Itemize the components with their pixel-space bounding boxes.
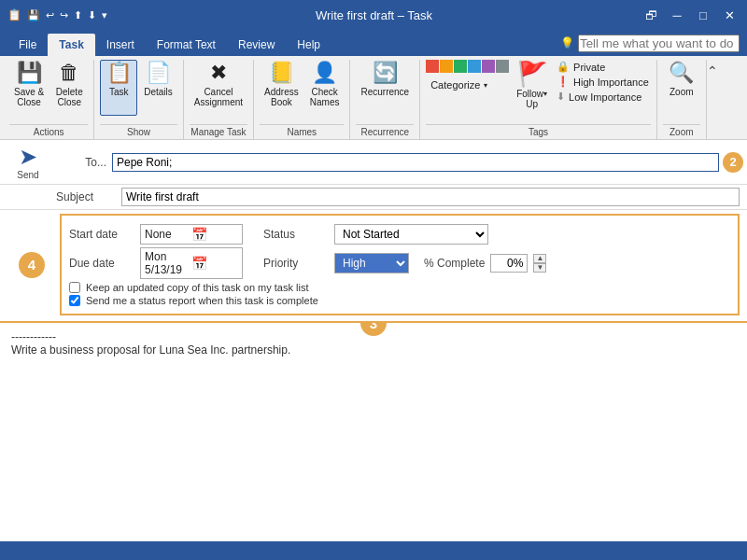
- qat-save[interactable]: 💾: [27, 9, 40, 21]
- due-date-value: Mon 5/13/19: [145, 250, 191, 276]
- tab-help[interactable]: Help: [286, 34, 331, 56]
- send-button[interactable]: ➤ Send: [17, 144, 38, 180]
- send-status-label: Send me a status report when this task i…: [86, 295, 318, 306]
- ribbon-group-actions: 💾 Save &Close 🗑 DeleteClose Actions: [4, 60, 94, 139]
- ribbon-group-zoom: 🔍 Zoom Zoom: [657, 60, 707, 139]
- title-bar-left: 📋 💾 ↩ ↪ ⬆ ⬇ ▾: [7, 8, 107, 21]
- followup-group[interactable]: 🚩 Follow ▾ Up: [516, 60, 547, 124]
- delete-label: DeleteClose: [56, 87, 83, 107]
- recurrence-buttons: 🔄 Recurrence: [356, 60, 414, 124]
- ribbon-group-recurrence: 🔄 Recurrence Recurrence: [350, 60, 420, 139]
- send-icon: ➤: [19, 144, 37, 170]
- qat-redo[interactable]: ↪: [60, 9, 68, 21]
- status-select[interactable]: Not Started In Progress Complete Waiting…: [334, 224, 488, 245]
- due-priority-row: Due date Mon 5/13/19 📅 Priority Low Norm…: [69, 247, 730, 279]
- keep-copy-label: Keep an updated copy of this task on my …: [86, 282, 308, 293]
- pct-complete-input[interactable]: [490, 254, 528, 273]
- categorize-button[interactable]: Categorize ▾: [426, 77, 509, 93]
- tab-task[interactable]: Task: [48, 34, 94, 56]
- cancel-assignment-label: CancelAssignment: [194, 87, 243, 107]
- due-date-label: Due date: [69, 257, 134, 270]
- start-date-calendar-icon[interactable]: 📅: [191, 227, 238, 242]
- ribbon-group-tags: Categorize ▾ 🚩 Follow ▾ Up 🔒 Private: [420, 60, 657, 139]
- actions-label: Actions: [9, 124, 88, 139]
- high-importance-button[interactable]: ❗ High Importance: [555, 75, 651, 89]
- to-label: To...: [56, 156, 112, 169]
- actions-buttons: 💾 Save &Close 🗑 DeleteClose: [9, 60, 88, 124]
- ribbon-tabs: File Task Insert Format Text Review Help: [0, 30, 553, 56]
- due-date-calendar-icon[interactable]: 📅: [191, 256, 238, 271]
- address-book-label: AddressBook: [264, 87, 299, 107]
- pct-increment[interactable]: ▲: [533, 254, 546, 263]
- private-button[interactable]: 🔒 Private: [555, 60, 651, 74]
- subject-row: Subject: [0, 185, 747, 210]
- check-names-label: CheckNames: [310, 87, 340, 107]
- qat-undo[interactable]: ↩: [46, 9, 54, 21]
- recurrence-icon: 🔄: [373, 63, 398, 83]
- save-close-button[interactable]: 💾 Save &Close: [9, 60, 49, 116]
- tags-buttons: Categorize ▾ 🚩 Follow ▾ Up 🔒 Private: [426, 60, 651, 124]
- zoom-buttons: 🔍 Zoom: [663, 60, 700, 124]
- task-view-button[interactable]: 📋 Task: [100, 60, 137, 116]
- save-close-label: Save &Close: [14, 87, 44, 107]
- categorize-label: Categorize: [430, 79, 480, 91]
- names-buttons: 📒 AddressBook 👤 CheckNames: [260, 60, 344, 124]
- address-book-button[interactable]: 📒 AddressBook: [260, 60, 303, 116]
- delete-icon: 🗑: [59, 63, 79, 83]
- qat-up[interactable]: ⬆: [74, 9, 82, 21]
- check-names-icon: 👤: [312, 63, 337, 83]
- tell-me-area[interactable]: 💡: [553, 30, 747, 56]
- ribbon-collapse[interactable]: ⌃: [707, 60, 718, 139]
- cancel-icon: ✖: [210, 63, 227, 83]
- names-label: Names: [260, 124, 344, 139]
- subject-input[interactable]: [121, 188, 740, 206]
- zoom-group-label: Zoom: [663, 124, 700, 139]
- to-input[interactable]: [112, 153, 719, 172]
- main-content: ➤ Send To... 2 Subject 4 Start date None…: [0, 140, 747, 541]
- priority-label: Priority: [263, 257, 329, 270]
- tab-insert[interactable]: Insert: [95, 34, 146, 56]
- close-btn[interactable]: ✕: [719, 5, 740, 25]
- zoom-label: Zoom: [669, 87, 694, 97]
- title-bar-right: 🗗 ─ □ ✕: [641, 5, 740, 25]
- zoom-button[interactable]: 🔍 Zoom: [663, 60, 700, 116]
- due-date-input[interactable]: Mon 5/13/19 📅: [140, 247, 243, 279]
- send-status-checkbox[interactable]: [69, 295, 80, 306]
- status-label: Status: [263, 228, 329, 241]
- check-names-button[interactable]: 👤 CheckNames: [305, 60, 345, 116]
- low-importance-button[interactable]: ⬇ Low Importance: [555, 90, 651, 104]
- manage-buttons: ✖ CancelAssignment: [190, 60, 247, 124]
- subject-label: Subject: [56, 190, 121, 203]
- step-2-badge: 2: [723, 152, 743, 173]
- minimize-btn[interactable]: ─: [667, 5, 687, 25]
- tell-me-input[interactable]: [578, 35, 740, 52]
- task-icon: 📋: [106, 63, 132, 83]
- details-label: Details: [144, 87, 173, 97]
- app-icon: 📋: [7, 8, 21, 21]
- show-buttons: 📋 Task 📄 Details: [100, 60, 177, 124]
- delete-button[interactable]: 🗑 DeleteClose: [50, 60, 88, 116]
- tab-review[interactable]: Review: [227, 34, 286, 56]
- maximize-btn[interactable]: □: [693, 5, 713, 25]
- restore-btn[interactable]: 🗗: [641, 5, 661, 25]
- ribbon-group-names: 📒 AddressBook 👤 CheckNames Names: [254, 60, 350, 139]
- tab-format-text[interactable]: Format Text: [146, 34, 227, 56]
- keep-copy-row: Keep an updated copy of this task on my …: [69, 282, 730, 293]
- tab-file[interactable]: File: [7, 34, 48, 56]
- priority-select[interactable]: Low Normal High: [334, 253, 409, 273]
- cancel-assignment-button[interactable]: ✖ CancelAssignment: [190, 60, 247, 116]
- recurrence-label: Recurrence: [360, 87, 409, 97]
- followup-label-row: Follow ▾: [516, 89, 547, 99]
- body-area[interactable]: 3 ------------ Write a business proposal…: [0, 321, 747, 541]
- to-row: ➤ Send To... 2: [0, 140, 747, 185]
- qat-down[interactable]: ⬇: [88, 9, 96, 21]
- categorize-squares[interactable]: [426, 60, 509, 73]
- high-importance-label: High Importance: [573, 77, 649, 88]
- start-date-input[interactable]: None 📅: [140, 224, 243, 245]
- low-importance-icon: ⬇: [557, 91, 565, 103]
- recurrence-button[interactable]: 🔄 Recurrence: [356, 60, 414, 116]
- keep-copy-checkbox[interactable]: [69, 282, 80, 293]
- ribbon: 💾 Save &Close 🗑 DeleteClose Actions 📋 Ta…: [0, 56, 747, 140]
- pct-decrement[interactable]: ▼: [533, 263, 546, 273]
- details-button[interactable]: 📄 Details: [139, 60, 177, 116]
